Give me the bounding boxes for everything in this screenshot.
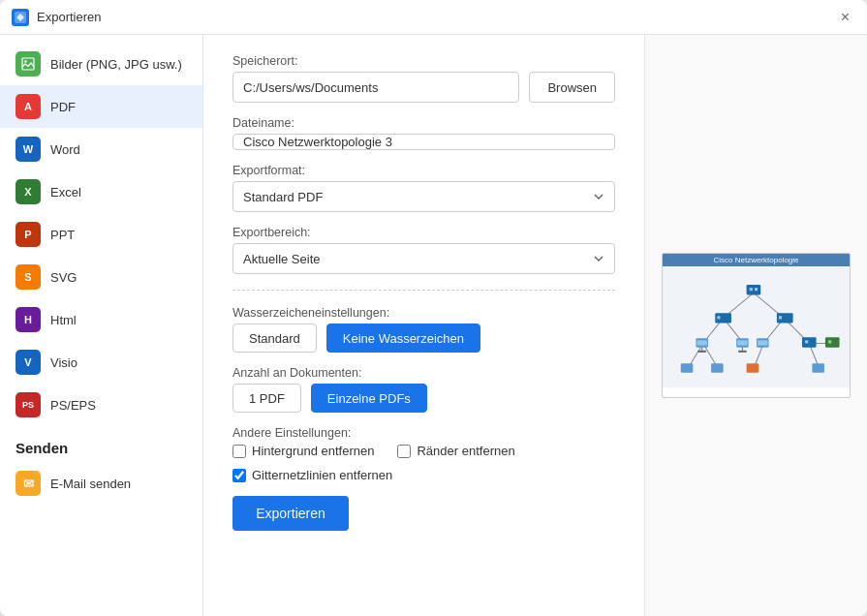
title-bar-left: Exportieren [12, 9, 101, 26]
gitter-checkbox[interactable] [232, 469, 246, 482]
sidebar-label-word: Word [50, 142, 80, 157]
watermark-row: Standard Keine Wasserzeichen [232, 323, 615, 353]
title-bar: Exportieren × [0, 0, 867, 35]
anzahl-label: Anzahl an Dokumenten: [232, 366, 615, 380]
doc-einzelne-button[interactable]: Einzelne PDFs [311, 384, 427, 413]
exportbereich-select[interactable]: Aktuelle Seite Alle Seiten Seitenbereich [232, 243, 615, 274]
app-icon [12, 9, 29, 26]
svg-rect-32 [802, 337, 817, 347]
andere-group: Andere Einstellungen: Hintergrund entfer… [232, 426, 615, 482]
exportbereich-group: Exportbereich: Aktuelle Seite Alle Seite… [232, 226, 615, 274]
dateiname-label: Dateiname: [232, 116, 615, 130]
svg-rect-16 [750, 288, 753, 291]
doc-row: 1 PDF Einzelne PDFs [232, 384, 615, 413]
sidebar-label-ppt: PPT [50, 228, 75, 242]
ppt-icon: P [15, 222, 41, 247]
sidebar-item-pseps[interactable]: PS PS/EPS [0, 384, 202, 426]
svg-rect-36 [681, 363, 694, 372]
export-button[interactable]: Exportieren [232, 496, 349, 531]
sidebar-item-ppt[interactable]: P PPT [0, 213, 202, 256]
pdf-icon: A [15, 94, 41, 119]
svg-rect-37 [711, 363, 724, 372]
wm-keine-button[interactable]: Keine Wasserzeichen [326, 323, 480, 353]
sidebar-label-email: E-Mail senden [50, 477, 131, 491]
exportformat-group: Exportformat: Standard PDF PDF/A PDF/X [232, 164, 615, 212]
sidebar-item-email[interactable]: ✉ E-Mail senden [0, 462, 202, 505]
wasserzeichen-group: Wasserzeicheneinstellungen: Standard Kei… [232, 306, 615, 353]
svg-rect-23 [697, 340, 706, 345]
exportbereich-label: Exportbereich: [232, 226, 615, 239]
word-icon: W [15, 137, 41, 162]
svg-rect-31 [758, 340, 767, 345]
network-diagram [663, 261, 850, 398]
raender-checkbox[interactable] [397, 445, 411, 458]
gitter-label: Gitternetzlinien entfernen [252, 468, 392, 482]
dialog-content: Bilder (PNG, JPG usw.) A PDF W Word X [0, 35, 867, 616]
exportformat-label: Exportformat: [232, 164, 615, 177]
export-dialog: Exportieren × Bilder (PNG, JPG usw.) A P… [0, 0, 867, 616]
preview-box: Cisco Netzwerktopologie [662, 253, 851, 398]
dateiname-input[interactable] [232, 134, 615, 150]
sidebar-item-word[interactable]: W Word [0, 128, 202, 170]
speicherort-group: Speicherort: Browsen [232, 54, 615, 103]
svg-rect-38 [747, 363, 759, 372]
sidebar-item-excel[interactable]: X Excel [0, 170, 202, 213]
wasserzeichen-label: Wasserzeicheneinstellungen: [232, 306, 615, 320]
preview-panel: Cisco Netzwerktopologie [644, 35, 867, 616]
svg-rect-29 [738, 351, 746, 353]
speicherort-label: Speicherort: [232, 54, 615, 68]
other-settings-row: Hintergrund entfernen Ränder entfernen [232, 444, 615, 458]
svg-rect-39 [812, 363, 824, 372]
svg-rect-25 [698, 351, 706, 353]
divider-1 [232, 290, 615, 291]
svg-rect-21 [779, 316, 782, 319]
images-icon [15, 51, 41, 77]
pseps-icon: PS [15, 392, 41, 417]
sidebar-item-images[interactable]: Bilder (PNG, JPG usw.) [0, 43, 202, 85]
send-section-label: Senden [0, 426, 202, 462]
svg-point-2 [24, 60, 26, 62]
html-icon: H [15, 307, 41, 332]
speicherort-row: Browsen [232, 72, 615, 103]
main-form: Speicherort: Browsen Dateiname: Exportfo… [203, 35, 644, 616]
hintergrund-checkbox[interactable] [232, 445, 246, 458]
raender-row[interactable]: Ränder entfernen [397, 444, 514, 458]
sidebar-item-html[interactable]: H Html [0, 298, 202, 341]
dialog-title: Exportieren [37, 10, 101, 24]
sidebar-label-excel: Excel [50, 185, 81, 200]
excel-icon: X [15, 179, 41, 204]
svg-rect-15 [747, 285, 761, 294]
speicherort-input[interactable] [232, 72, 519, 103]
svg-rect-33 [805, 340, 808, 343]
exportformat-select[interactable]: Standard PDF PDF/A PDF/X [232, 181, 615, 212]
svg-rect-19 [717, 316, 720, 319]
doc-1pdf-button[interactable]: 1 PDF [232, 384, 301, 413]
email-icon: ✉ [15, 471, 41, 496]
browse-button[interactable]: Browsen [529, 72, 615, 103]
visio-icon: V [15, 350, 41, 375]
sidebar-label-svg: SVG [50, 270, 77, 285]
sidebar: Bilder (PNG, JPG usw.) A PDF W Word X [0, 35, 203, 616]
wm-standard-button[interactable]: Standard [232, 323, 317, 353]
preview-title: Cisco Netzwerktopologie [663, 254, 850, 266]
andere-label: Andere Einstellungen: [232, 426, 615, 440]
sidebar-item-pdf[interactable]: A PDF [0, 85, 202, 128]
anzahl-group: Anzahl an Dokumenten: 1 PDF Einzelne PDF… [232, 366, 615, 413]
raender-label: Ränder entfernen [417, 444, 514, 458]
svg-rect-35 [828, 340, 831, 343]
sidebar-label-visio: Visio [50, 355, 77, 370]
hintergrund-row[interactable]: Hintergrund entfernen [232, 444, 374, 458]
gitter-row[interactable]: Gitternetzlinien entfernen [232, 468, 615, 482]
sidebar-label-pdf: PDF [50, 100, 76, 114]
export-button-row: Exportieren [232, 496, 615, 531]
sidebar-label-pseps: PS/EPS [50, 398, 96, 413]
sidebar-label-images: Bilder (PNG, JPG usw.) [50, 57, 182, 72]
sidebar-item-visio[interactable]: V Visio [0, 341, 202, 384]
svg-icon: S [15, 264, 41, 290]
hintergrund-label: Hintergrund entfernen [252, 444, 374, 458]
sidebar-label-html: Html [50, 313, 77, 327]
svg-rect-34 [825, 337, 840, 347]
sidebar-item-svg[interactable]: S SVG [0, 256, 202, 298]
close-button[interactable]: × [835, 7, 855, 28]
dateiname-group: Dateiname: [232, 116, 615, 150]
